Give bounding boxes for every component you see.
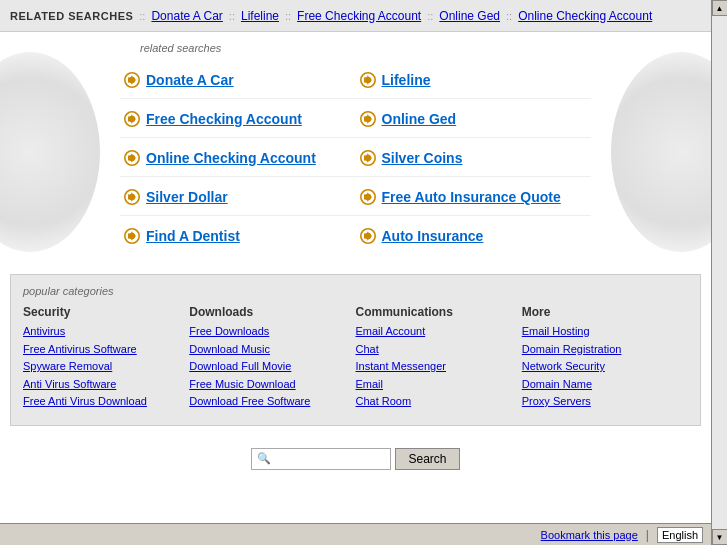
list-item: Donate A Car bbox=[120, 62, 356, 99]
category-col-security: Security Antivirus Free Antivirus Softwa… bbox=[23, 305, 189, 411]
cat-link-email-hosting[interactable]: Email Hosting bbox=[522, 323, 688, 341]
cat-link-free-music[interactable]: Free Music Download bbox=[189, 376, 355, 394]
topnav-link-4[interactable]: Online Checking Account bbox=[518, 9, 652, 23]
scroll-up-button[interactable]: ▲ bbox=[712, 0, 728, 16]
category-header-more: More bbox=[522, 305, 688, 319]
search-link-silver-dollar[interactable]: Silver Dollar bbox=[146, 189, 228, 205]
cat-link-email-account[interactable]: Email Account bbox=[356, 323, 522, 341]
search-link-silver-coins[interactable]: Silver Coins bbox=[382, 150, 463, 166]
sep-4: :: bbox=[427, 10, 433, 22]
search-link-online-checking[interactable]: Online Checking Account bbox=[146, 150, 316, 166]
scroll-down-button[interactable]: ▼ bbox=[712, 529, 728, 545]
search-links-grid: Donate A Car Free Checking Account bbox=[0, 62, 711, 254]
cat-link-domain-name[interactable]: Domain Name bbox=[522, 376, 688, 394]
svg-marker-26 bbox=[364, 192, 372, 202]
list-item: Free Auto Insurance Quote bbox=[356, 179, 592, 216]
cat-link-domain-registration[interactable]: Domain Registration bbox=[522, 341, 688, 359]
svg-marker-5 bbox=[128, 114, 136, 124]
cat-link-download-movie[interactable]: Download Full Movie bbox=[189, 358, 355, 376]
scrollbar-right[interactable]: ▲ ▼ bbox=[711, 0, 727, 545]
list-item: Lifeline bbox=[356, 62, 592, 99]
sep-1: :: bbox=[139, 10, 145, 22]
search-col-2: Lifeline Online Ged Si bbox=[356, 62, 592, 254]
search-col-1: Donate A Car Free Checking Account bbox=[120, 62, 356, 254]
list-item: Online Checking Account bbox=[120, 140, 356, 177]
scrollbar-track[interactable] bbox=[712, 16, 727, 529]
category-col-communications: Communications Email Account Chat Instan… bbox=[356, 305, 522, 411]
cat-link-proxy-servers[interactable]: Proxy Servers bbox=[522, 393, 688, 411]
search-link-online-ged[interactable]: Online Ged bbox=[382, 111, 457, 127]
cat-link-free-anti-virus[interactable]: Free Anti Virus Download bbox=[23, 393, 189, 411]
arrow-icon bbox=[360, 111, 376, 127]
status-separator: | bbox=[646, 528, 649, 542]
topnav-link-1[interactable]: Lifeline bbox=[241, 9, 279, 23]
list-item: Auto Insurance bbox=[356, 218, 592, 254]
bookmark-link[interactable]: Bookmark this page bbox=[541, 529, 638, 541]
content-area: related searches Donate A Car bbox=[0, 32, 711, 264]
popular-categories-section: popular categories Security Antivirus Fr… bbox=[10, 274, 701, 426]
svg-marker-14 bbox=[128, 231, 136, 241]
svg-marker-11 bbox=[128, 192, 136, 202]
svg-marker-2 bbox=[128, 75, 136, 85]
cat-link-spyware[interactable]: Spyware Removal bbox=[23, 358, 189, 376]
search-link-auto-insurance-quote[interactable]: Free Auto Insurance Quote bbox=[382, 189, 561, 205]
arrow-icon bbox=[124, 150, 140, 166]
related-searches-label: RELATED SEARCHES bbox=[10, 10, 133, 22]
arrow-icon bbox=[124, 72, 140, 88]
list-item: Free Checking Account bbox=[120, 101, 356, 138]
category-col-more: More Email Hosting Domain Registration N… bbox=[522, 305, 688, 411]
popular-title: popular categories bbox=[23, 285, 688, 297]
svg-marker-8 bbox=[128, 153, 136, 163]
category-header-security: Security bbox=[23, 305, 189, 319]
topnav-link-2[interactable]: Free Checking Account bbox=[297, 9, 421, 23]
cat-link-download-music[interactable]: Download Music bbox=[189, 341, 355, 359]
search-link-lifeline[interactable]: Lifeline bbox=[382, 72, 431, 88]
svg-marker-20 bbox=[364, 114, 372, 124]
cat-link-email[interactable]: Email bbox=[356, 376, 522, 394]
svg-marker-29 bbox=[364, 231, 372, 241]
topnav-link-0[interactable]: Donate A Car bbox=[151, 9, 222, 23]
cat-link-free-downloads[interactable]: Free Downloads bbox=[189, 323, 355, 341]
sep-3: :: bbox=[285, 10, 291, 22]
top-nav: RELATED SEARCHES :: Donate A Car :: Life… bbox=[0, 0, 711, 32]
cat-link-instant-messenger[interactable]: Instant Messenger bbox=[356, 358, 522, 376]
topnav-link-3[interactable]: Online Ged bbox=[439, 9, 500, 23]
search-link-free-checking[interactable]: Free Checking Account bbox=[146, 111, 302, 127]
list-item: Silver Coins bbox=[356, 140, 592, 177]
related-searches-section-title: related searches bbox=[0, 42, 711, 54]
language-selector[interactable]: English bbox=[657, 527, 703, 543]
category-col-downloads: Downloads Free Downloads Download Music … bbox=[189, 305, 355, 411]
arrow-icon bbox=[360, 72, 376, 88]
svg-marker-17 bbox=[364, 75, 372, 85]
list-item: Online Ged bbox=[356, 101, 592, 138]
cat-link-free-antivirus[interactable]: Free Antivirus Software bbox=[23, 341, 189, 359]
search-icon: 🔍 bbox=[257, 452, 271, 465]
list-item: Silver Dollar bbox=[120, 179, 356, 216]
search-bar: 🔍 Search bbox=[0, 436, 711, 478]
arrow-icon bbox=[360, 150, 376, 166]
svg-marker-23 bbox=[364, 153, 372, 163]
sep-2: :: bbox=[229, 10, 235, 22]
search-input[interactable] bbox=[251, 448, 391, 470]
status-bar: Bookmark this page | English bbox=[0, 523, 711, 545]
arrow-icon bbox=[124, 111, 140, 127]
arrow-icon bbox=[360, 189, 376, 205]
arrow-icon bbox=[124, 189, 140, 205]
search-button[interactable]: Search bbox=[395, 448, 459, 470]
search-link-auto-insurance[interactable]: Auto Insurance bbox=[382, 228, 484, 244]
cat-link-antivirus[interactable]: Antivirus bbox=[23, 323, 189, 341]
cat-link-chat-room[interactable]: Chat Room bbox=[356, 393, 522, 411]
categories-grid: Security Antivirus Free Antivirus Softwa… bbox=[23, 305, 688, 411]
cat-link-antivirus-software[interactable]: Anti Virus Software bbox=[23, 376, 189, 394]
sep-5: :: bbox=[506, 10, 512, 22]
cat-link-network-security[interactable]: Network Security bbox=[522, 358, 688, 376]
category-header-downloads: Downloads bbox=[189, 305, 355, 319]
cat-link-download-software[interactable]: Download Free Software bbox=[189, 393, 355, 411]
search-input-wrap: 🔍 bbox=[251, 448, 391, 470]
search-link-find-dentist[interactable]: Find A Dentist bbox=[146, 228, 240, 244]
list-item: Find A Dentist bbox=[120, 218, 356, 254]
cat-link-chat[interactable]: Chat bbox=[356, 341, 522, 359]
category-header-communications: Communications bbox=[356, 305, 522, 319]
search-link-donate-car[interactable]: Donate A Car bbox=[146, 72, 234, 88]
main-content: RELATED SEARCHES :: Donate A Car :: Life… bbox=[0, 0, 711, 523]
